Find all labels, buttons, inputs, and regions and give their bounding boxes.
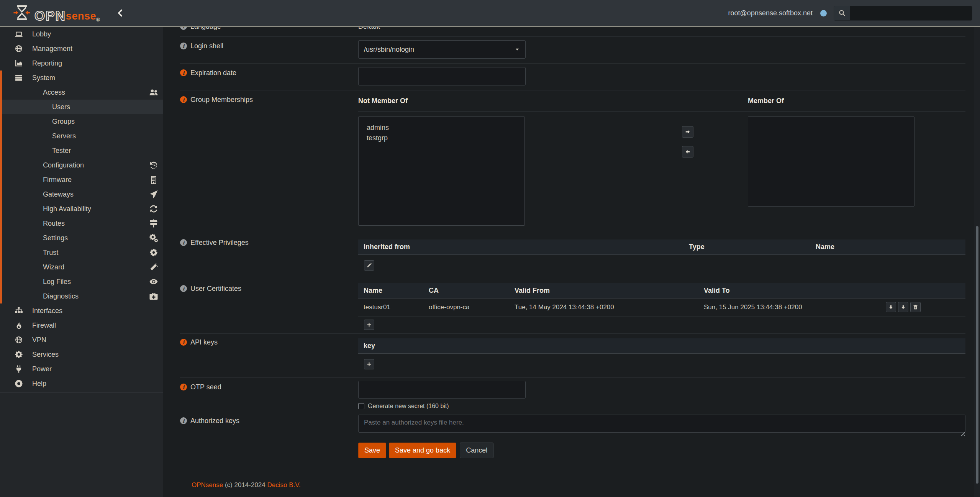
field-label: OTP seed — [190, 383, 221, 391]
sidebar-item-label: Users — [52, 103, 70, 111]
column-header: Valid To — [704, 287, 960, 295]
sidebar-item-firmware[interactable]: Firmware — [0, 172, 163, 187]
opnsense-logo[interactable]: OPN sense ® — [13, 4, 100, 22]
status-dot[interactable] — [820, 10, 827, 16]
sidebar-item-vpn[interactable]: VPN — [0, 333, 163, 347]
info-icon[interactable] — [180, 285, 187, 292]
sidebar-item-tester[interactable]: Tester — [0, 143, 163, 158]
group-option[interactable]: testgrp — [359, 133, 524, 143]
map-signs-icon — [149, 219, 158, 228]
field-label: Language — [190, 27, 221, 31]
sidebar-item-label: Tester — [52, 147, 71, 155]
generate-new-secret-checkbox[interactable] — [358, 403, 364, 409]
sidebar-item-routes[interactable]: Routes — [0, 216, 163, 231]
cert-valid-to: Sun, 15 Jun 2025 13:44:38 +0200 — [704, 303, 960, 311]
sidebar-item-trust[interactable]: Trust — [0, 245, 163, 260]
info-icon[interactable] — [180, 27, 187, 30]
selected-value: /usr/sbin/nologin — [364, 46, 414, 54]
edit-privileges-button[interactable] — [364, 260, 374, 271]
privileges-table-header: Inherited from Type Name — [358, 239, 965, 255]
info-icon[interactable] — [180, 417, 187, 424]
history-icon — [149, 161, 158, 170]
sidebar-item-configuration[interactable]: Configuration — [0, 158, 163, 172]
sidebar-divider — [0, 392, 163, 393]
form-row-language: Language Default — [180, 27, 965, 37]
field-label: Effective Privileges — [190, 239, 249, 247]
sidebar-item-gateways[interactable]: Gateways — [0, 187, 163, 202]
sidebar-item-label: System — [32, 74, 55, 82]
sidebar-item-users[interactable]: Users — [0, 100, 163, 114]
sidebar-item-services[interactable]: Services — [0, 347, 163, 362]
member-of-header: Member Of — [748, 97, 784, 105]
save-and-go-back-button[interactable]: Save and go back — [389, 443, 456, 458]
member-of-listbox[interactable] — [748, 116, 914, 207]
sidebar-item-label: Interfaces — [32, 307, 62, 315]
sidebar-item-label: Routes — [43, 220, 65, 228]
sidebar-item-interfaces[interactable]: Interfaces — [0, 303, 163, 318]
add-certificate-button[interactable] — [364, 320, 374, 330]
sidebar-item-label: Configuration — [43, 161, 84, 169]
info-icon[interactable] — [180, 384, 187, 390]
column-header: Name — [816, 243, 960, 251]
sidebar-item-power[interactable]: Power — [0, 362, 163, 376]
form-row-group-memberships: Group Memberships Not Member Of Member O… — [180, 90, 965, 234]
sidebar-item-label: Lobby — [32, 30, 51, 38]
login-shell-select[interactable]: /usr/sbin/nologin — [358, 40, 526, 59]
add-api-key-button[interactable] — [364, 359, 374, 369]
info-icon[interactable] — [180, 239, 187, 246]
users-icon — [149, 88, 158, 97]
otp-seed-input[interactable] — [358, 381, 526, 399]
download-certificate-button[interactable] — [886, 302, 896, 312]
pencil-icon — [367, 263, 372, 268]
authorized-keys-textarea[interactable] — [358, 415, 965, 433]
certificates-table-header: Name CA Valid From Valid To — [358, 283, 965, 299]
sidebar-item-servers[interactable]: Servers — [0, 129, 163, 143]
sidebar-item-wizard[interactable]: Wizard — [0, 260, 163, 274]
remove-membership-button[interactable] — [682, 146, 693, 157]
sidebar-item-access[interactable]: Access — [0, 85, 163, 100]
sidebar-item-system[interactable]: System — [0, 71, 163, 85]
not-member-of-header: Not Member Of — [358, 97, 408, 105]
life-ring-icon — [15, 379, 23, 388]
column-header: key — [364, 342, 960, 350]
save-button[interactable]: Save — [358, 443, 386, 458]
sidebar-item-log-files[interactable]: Log Files — [0, 274, 163, 289]
sidebar-item-firewall[interactable]: Firewall — [0, 318, 163, 333]
sidebar-item-label: Firewall — [32, 321, 56, 330]
sidebar-item-settings[interactable]: Settings — [0, 231, 163, 245]
sidebar-item-reporting[interactable]: Reporting — [0, 56, 163, 71]
field-label: Expiration date — [190, 69, 236, 77]
info-icon[interactable] — [180, 69, 187, 76]
sidebar-collapse-icon[interactable] — [116, 9, 125, 17]
sidebar-item-groups[interactable]: Groups — [0, 114, 163, 129]
globe-icon — [15, 336, 23, 344]
deciso-footer-link[interactable]: Deciso B.V. — [267, 481, 301, 489]
info-icon[interactable] — [180, 96, 187, 103]
info-icon[interactable] — [180, 43, 187, 49]
sidebar-item-label: Log Files — [43, 278, 71, 286]
opnsense-footer-link[interactable]: OPNsense — [192, 481, 223, 489]
search-icon — [839, 10, 846, 16]
cancel-button[interactable]: Cancel — [460, 443, 493, 458]
expiration-date-input[interactable] — [358, 67, 526, 85]
column-header: Inherited from — [364, 243, 689, 251]
add-membership-button[interactable] — [682, 126, 693, 138]
group-option[interactable]: admins — [359, 123, 524, 133]
magic-wand-icon — [149, 262, 158, 272]
sidebar-item-diagnostics[interactable]: Diagnostics — [0, 289, 163, 303]
sidebar-item-label: Help — [32, 380, 46, 388]
global-search — [834, 6, 972, 21]
user-edit-form: Language Default Login shell /usr/sbin/n… — [163, 27, 980, 497]
not-member-of-listbox[interactable]: admins testgrp — [358, 116, 525, 226]
sidebar-item-high-availability[interactable]: High Availability — [0, 202, 163, 216]
download-key-button[interactable] — [898, 302, 908, 312]
info-icon[interactable] — [180, 339, 187, 346]
fire-icon — [15, 321, 23, 330]
opnsense-app: OPN sense ® root@opnsense.softbox.net Lo… — [0, 0, 980, 497]
sidebar-item-lobby[interactable]: Lobby — [0, 27, 163, 41]
sidebar-item-help[interactable]: Help — [0, 376, 163, 391]
delete-certificate-button[interactable] — [910, 302, 921, 312]
sidebar-item-management[interactable]: Management — [0, 41, 163, 56]
scrollbar-thumb[interactable] — [976, 226, 978, 484]
search-input[interactable] — [850, 6, 972, 20]
